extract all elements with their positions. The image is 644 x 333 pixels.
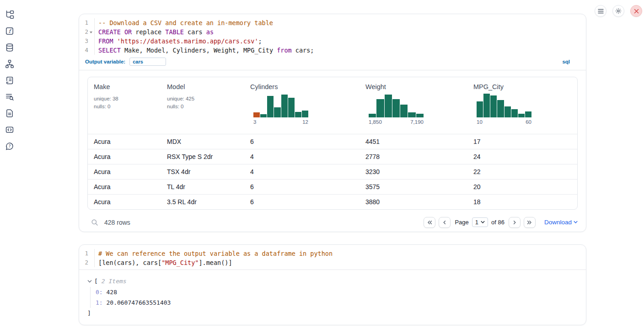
code-text: # We can reference the output variable a… [94,249,586,258]
search-logs-icon[interactable] [5,92,14,101]
logs-icon[interactable] [5,76,14,85]
code-token: replace [132,28,165,36]
sql-cell-output: Makeunique: 38nulls: 0Modelunique: 425nu… [79,70,586,210]
table-cell: TL 4dr [161,183,244,190]
last-page-button[interactable] [524,217,536,228]
code-token: OR [124,28,132,36]
fold-gutter [88,18,94,27]
output-variable-input[interactable] [129,58,166,66]
code-line: 2[len(cars), cars["MPG_City"].mean()] [79,258,586,267]
chevron-down-icon [481,221,485,224]
column-header-cylinders[interactable]: Cylinders312 [244,77,360,134]
code-token: [len(cars), cars[ [98,259,161,266]
tree-entries: 0: 4281: 20.060747663551403 [90,287,578,308]
code-token: # We can reference the output variable a… [98,250,333,257]
code-token: from [277,47,292,54]
output-variable-label: Output variable: [85,59,125,64]
tree-entry-value: 428 [103,289,117,296]
code-line: 1# We can reference the output variable … [79,249,586,258]
histogram-bar [400,105,408,117]
histogram-bar [490,95,497,117]
page-total-label: of 86 [491,219,504,226]
histogram-bar [477,101,483,117]
fold-gutter [88,249,94,258]
histogram-bar [408,112,415,117]
code-token: -- Download a CSV and create an in-memor… [98,19,273,26]
column-title: Make [94,83,161,90]
axis-min-label: 1,850 [369,119,382,125]
dependency-graph-icon[interactable] [5,59,14,69]
page-select[interactable]: 1 [472,217,488,227]
column-header-weight[interactable]: Weight1,8507,190 [360,77,467,134]
column-title: Model [167,83,244,90]
snippets-icon[interactable] [5,125,14,134]
histogram-bar [369,114,376,117]
table-header-row: Makeunique: 38nulls: 0Modelunique: 425nu… [88,77,577,134]
svg-text:f: f [9,28,12,34]
histogram-bar [525,111,531,117]
settings-button[interactable] [612,5,624,17]
histogram-bar [376,99,384,117]
column-stat: unique: 38 [94,95,161,103]
python-code-editor[interactable]: 1# We can reference the output variable … [79,245,586,270]
page-select-value: 1 [475,219,478,226]
fold-gutter [88,37,94,46]
column-header-make[interactable]: Makeunique: 38nulls: 0 [88,77,161,134]
table-row: Acura3.5 RL 4dr6388018 [88,194,577,209]
table-body: AcuraMDX6445117AcuraRSX Type S 2dr427782… [88,134,577,209]
histogram-bar [288,98,295,117]
fold-toggle[interactable] [88,27,94,37]
help-icon[interactable]: ? [5,142,14,151]
code-token: ].mean()] [199,259,232,266]
database-icon[interactable] [5,43,14,52]
code-line: 2CREATE OR replace TABLE cars as [79,27,586,37]
table-cell: 3880 [360,198,467,206]
fold-gutter [88,46,94,55]
table-cell: 22 [467,168,577,175]
prev-page-button[interactable] [439,217,451,228]
documentation-icon[interactable] [5,109,14,118]
next-page-button[interactable] [509,217,521,228]
table-row: AcuraRSX Type S 2dr4277824 [88,149,577,164]
shutdown-button[interactable] [630,5,642,17]
histogram-bar [295,112,301,117]
table-cell: Acura [88,198,161,206]
table-cell: RSX Type S 2dr [161,153,244,160]
column-header-model[interactable]: Modelunique: 425nulls: 0 [161,77,244,134]
svg-text:?: ? [8,143,11,148]
histogram-bars [369,93,424,117]
table-cell: 4 [244,153,360,160]
tree-entry: 0: 428 [96,287,578,297]
sql-code-editor[interactable]: 1-- Download a CSV and create an in-memo… [79,14,586,55]
code-text: CREATE OR replace TABLE cars as [94,27,586,37]
column-header-mpg_city[interactable]: MPG_City1060 [467,77,577,134]
tree-entry: 1: 20.060747663551403 [96,297,578,308]
first-page-button[interactable] [424,217,435,228]
language-badge: sql [562,59,570,64]
line-number: 2 [79,27,88,37]
table-row: AcuraTL 4dr6357520 [88,179,577,194]
code-token [121,28,124,36]
code-token [113,37,117,45]
histogram-bar [504,106,511,117]
search-icon[interactable] [91,219,98,226]
download-button[interactable]: Download [544,219,578,226]
table-cell: 6 [244,198,360,206]
histogram-bars [253,93,308,117]
tree-collapse-icon[interactable] [87,280,92,283]
code-token: FROM [98,37,113,45]
column-title: MPG_City [473,83,577,90]
python-cell: 1# We can reference the output variable … [79,244,586,325]
file-tree-icon[interactable] [5,10,14,19]
axis-max-label: 12 [302,119,308,125]
table-cell: 4451 [360,138,467,145]
fold-gutter [88,258,94,267]
sql-cell: 1-- Download a CSV and create an in-memo… [79,14,586,232]
code-token: SELECT [98,47,121,54]
table-cell: 3230 [360,168,467,175]
table-cell: 17 [467,138,577,145]
menu-button[interactable] [595,5,606,17]
histogram-bar [274,107,280,117]
output-variable-bar: Output variable: sql [79,58,586,70]
functions-icon[interactable]: f [5,26,14,36]
